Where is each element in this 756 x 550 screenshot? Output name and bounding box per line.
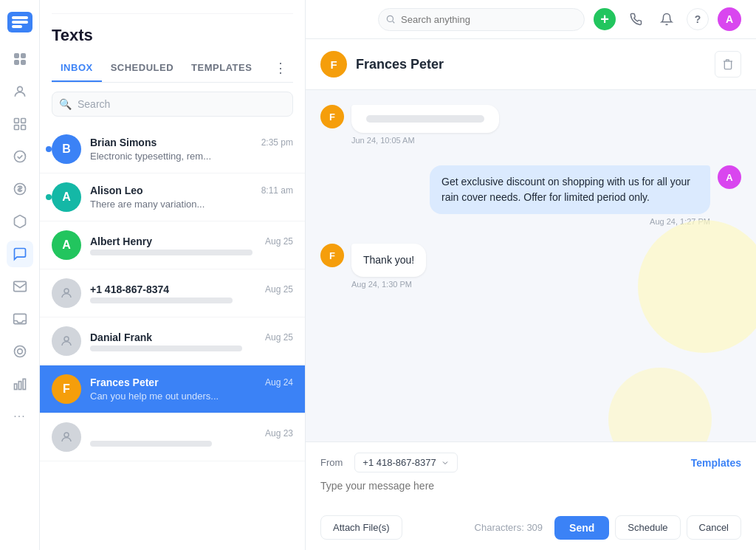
message-input[interactable] [320,480,741,503]
message-bubble-3: Thank you! [351,244,426,277]
avatar-alison: A [52,182,81,212]
tab-scheduled[interactable]: SCHEDULED [102,55,182,82]
phone-icon[interactable] [625,8,647,30]
left-header: Texts INBOX SCHEDULED TEMPLATES ⋮ [40,14,305,83]
sidebar-item-box[interactable] [7,208,33,235]
main-chat-area: + ? A F Frances Peter F [306,0,756,550]
contact-item-frances[interactable]: F Frances Peter Aug 24 Can you help me o… [40,365,305,413]
tab-more-icon[interactable]: ⋮ [268,54,293,82]
message-bubble-2: Get exclusive discount on shopping with … [430,165,710,214]
contact-preview-danial [90,346,293,351]
contact-name-albert: Albert Henry [90,236,152,247]
message-group-2: A Get exclusive discount on shopping wit… [320,165,741,226]
search-icon: 🔍 [59,98,72,110]
contact-item-phone[interactable]: +1 418-867-8374 Aug 25 [40,269,305,317]
avatar-albert: A [52,230,81,260]
contact-item-unknown[interactable]: Aug 23 [40,413,305,461]
svg-point-3 [17,86,22,92]
search-input[interactable] [52,92,293,117]
contact-time-albert: Aug 25 [265,236,293,247]
cancel-button[interactable]: Cancel [687,515,741,540]
contact-info-unknown: Aug 23 [90,428,293,447]
contact-name-brian: Brian Simons [90,137,157,148]
help-icon[interactable]: ? [687,8,709,30]
decorative-blob-1 [638,220,756,353]
svg-rect-2 [12,25,22,28]
app-logo[interactable] [7,12,32,32]
svg-rect-1 [12,21,28,24]
contact-item-danial[interactable]: Danial Frank Aug 25 [40,317,305,365]
sidebar-item-more[interactable]: ··· [7,403,33,430]
sidebar-item-grid[interactable] [7,46,33,72]
chat-messages: F Jun 24, 10:05 AM A Get exclusive disco… [306,90,756,441]
contact-preview-unknown [90,441,293,447]
contact-time-phone: Aug 25 [265,284,293,295]
sidebar: ··· [0,0,40,550]
bell-icon[interactable] [656,8,678,30]
from-selector: From +1 418-867-8377 [320,453,458,472]
contact-preview-albert [90,250,293,255]
msg-avatar-2: A [718,165,741,189]
decorative-blob-2 [608,368,712,441]
global-header: + ? A [306,0,756,39]
send-button[interactable]: Send [554,516,609,540]
global-search-input[interactable] [378,8,585,31]
svg-point-19 [64,433,69,437]
svg-point-13 [17,349,22,354]
add-button[interactable]: + [594,8,616,30]
sidebar-item-dollar[interactable] [7,176,33,202]
svg-rect-14 [14,384,16,390]
sidebar-item-person[interactable] [7,78,33,105]
tabs-row: INBOX SCHEDULED TEMPLATES ⋮ [52,54,293,83]
contact-item-brian[interactable]: B Brian Simons 2:35 pm Electronic typese… [40,126,305,173]
sidebar-item-check[interactable] [7,143,33,170]
schedule-button[interactable]: Schedule [615,515,680,540]
sidebar-item-chat[interactable] [7,241,33,267]
svg-point-8 [14,151,25,162]
contact-preview-brian: Electronic typesetting, rem... [90,151,293,162]
search-box: 🔍 [52,92,293,117]
msg-avatar-1: F [320,105,344,128]
contact-info-alison: Alison Leo 8:11 am There are many variat… [90,185,293,210]
tab-templates[interactable]: TEMPLATES [182,55,261,82]
loading-bar [366,115,484,123]
contact-time-danial: Aug 25 [265,332,293,343]
sidebar-item-savings[interactable] [7,338,33,365]
sidebar-item-inbox[interactable] [7,306,33,332]
svg-rect-4 [14,119,18,123]
svg-rect-7 [21,126,25,130]
avatar-frances: F [52,374,81,404]
contact-preview-frances: Can you help me out unders... [90,391,293,402]
from-number-value: +1 418-867-8377 [362,457,436,468]
compose-area: From +1 418-867-8377 Templates Attach Fi… [306,441,756,550]
contact-info-brian: Brian Simons 2:35 pm Electronic typesett… [90,137,293,162]
contact-time-frances: Aug 24 [265,377,293,388]
message-time-1: Jun 24, 10:05 AM [351,136,741,145]
page-title: Texts [52,26,293,45]
chat-header-avatar: F [320,51,347,78]
message-time-2: Aug 24, 1:27 PM [320,217,710,226]
from-number-select[interactable]: +1 418-867-8377 [354,453,457,472]
avatar-phone [52,278,81,308]
delete-conversation-button[interactable] [715,51,741,78]
message-row-1: F [320,105,741,133]
contact-time-brian: 2:35 pm [261,137,293,148]
contact-name-phone: +1 418-867-8374 [90,283,169,295]
contact-list: B Brian Simons 2:35 pm Electronic typese… [40,126,305,550]
from-label: From [320,457,343,468]
user-avatar[interactable]: A [718,7,741,31]
templates-link[interactable]: Templates [691,457,741,469]
contact-item-albert[interactable]: A Albert Henry Aug 25 [40,221,305,269]
svg-rect-6 [14,126,18,130]
contact-name-danial: Danial Frank [90,331,152,343]
svg-rect-5 [21,119,25,123]
sidebar-item-chart[interactable] [7,371,33,397]
chat-contact-name: Frances Peter [356,57,444,72]
avatar-brian: B [52,134,81,164]
sidebar-item-mail[interactable] [7,273,33,300]
attach-files-button[interactable]: Attach File(s) [320,515,402,540]
tab-inbox[interactable]: INBOX [52,55,102,82]
contact-item-alison[interactable]: A Alison Leo 8:11 am There are many vari… [40,173,305,221]
message-group-1: F Jun 24, 10:05 AM [320,105,741,145]
sidebar-item-apps[interactable] [7,111,33,137]
